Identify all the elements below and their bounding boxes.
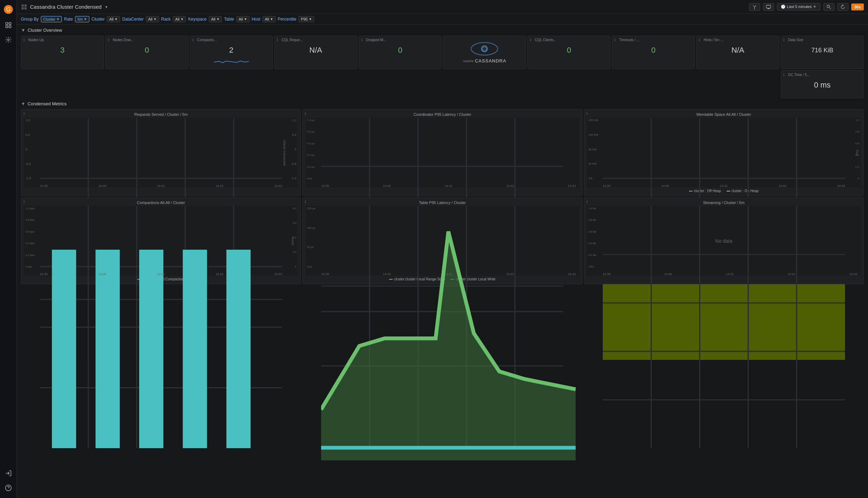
- chart-info-4[interactable]: ℹ: [23, 200, 25, 204]
- rate-select[interactable]: 5m ▼: [75, 16, 89, 22]
- x-axis-5: 14:3914:4014:4114:4214:43: [321, 272, 576, 276]
- compactions-title: Compactio...: [193, 38, 270, 42]
- collapse-icon-2[interactable]: ▼: [21, 101, 25, 106]
- y-axis-3: 195 KiB146 KiB98 KiB49 KiB0 B: [587, 118, 603, 181]
- chart-info-3[interactable]: ℹ: [586, 112, 588, 115]
- svg-rect-9: [24, 4, 27, 6]
- svg-text:G: G: [6, 6, 10, 13]
- info-icon-8[interactable]: ℹ: [699, 38, 700, 42]
- host-select[interactable]: All ▼: [262, 16, 276, 22]
- cql-clients-title: CQL Clients...: [531, 38, 607, 42]
- chart-grid-row2: ℹ Compactions All.All / Cluster 1.0 bps0…: [21, 197, 864, 284]
- sidebar-item-settings[interactable]: [2, 33, 15, 46]
- chart-grid-row1: ℹ Requests Served / Cluster / 5m 1.00.50…: [21, 109, 864, 196]
- share-button[interactable]: [749, 3, 760, 11]
- info-icon-2[interactable]: ℹ: [108, 38, 109, 42]
- info-icon[interactable]: ℹ: [23, 38, 25, 42]
- svg-point-16: [483, 47, 486, 51]
- dashboard: ▼ Cluster Overview ℹ Nodes Up 3 ℹ Nodes …: [17, 25, 868, 498]
- toolbar: Group By Cluster ▼ Rate 5m ▼ Cluster All…: [17, 14, 868, 25]
- rack-select[interactable]: All ▼: [173, 16, 186, 22]
- search-button[interactable]: [823, 3, 834, 11]
- chart-info-6[interactable]: ℹ: [586, 200, 588, 204]
- timeouts-title: Timeouts / ...: [615, 38, 692, 42]
- stat-card-dropped: ℹ Dropped M... 0: [359, 36, 442, 69]
- refresh-button[interactable]: [837, 3, 848, 11]
- svg-rect-3: [9, 23, 11, 25]
- group-by-select[interactable]: Cluster ▼: [41, 16, 62, 22]
- tv-mode-button[interactable]: [763, 3, 774, 11]
- rate-label: Rate: [64, 17, 73, 22]
- cql-clients-value: 0: [531, 43, 607, 57]
- info-icon-4[interactable]: ℹ: [277, 38, 278, 42]
- chart-streaming: ℹ Streaming / Cluster / 5m 1.0 Bs0.8 Bs0…: [584, 197, 864, 284]
- sidebar-item-home[interactable]: [2, 19, 15, 31]
- svg-rect-50: [52, 250, 76, 448]
- datacenter-label: DataCenter: [122, 17, 143, 22]
- page-title: Cassandra Cluster Condensed: [30, 4, 102, 10]
- cluster-overview-header: ▼ Cluster Overview: [21, 28, 864, 33]
- dropped-value: 0: [362, 43, 439, 57]
- cql-requests-title: CQL Reque...: [277, 38, 354, 42]
- chart-memtable: ℹ Memtable Space All.All / Cluster 195 K…: [584, 109, 864, 196]
- svg-rect-51: [96, 250, 120, 448]
- percentile-select[interactable]: P95 ▼: [298, 16, 314, 22]
- chart-requests-served: ℹ Requests Served / Cluster / 5m 1.00.50…: [21, 109, 301, 196]
- x-axis-3: 14:3914:4014:4114:4214:43: [603, 184, 845, 188]
- datacenter-select[interactable]: All ▼: [146, 16, 159, 22]
- chart-svg-5: [321, 206, 576, 460]
- svg-rect-10: [22, 7, 24, 9]
- svg-rect-2: [6, 23, 8, 25]
- chart-info-5[interactable]: ℹ: [305, 200, 306, 204]
- dropped-title: Dropped M...: [362, 38, 439, 42]
- info-icon-10[interactable]: ℹ: [783, 73, 785, 77]
- chart-compactions: ℹ Compactions All.All / Cluster 1.0 bps0…: [21, 197, 301, 284]
- y-axis-5: 150 µs100 µs50 µs0 µs: [305, 206, 321, 269]
- nodes-up-value: 3: [24, 43, 101, 57]
- info-icon-6[interactable]: ℹ: [530, 38, 531, 42]
- chart-title-6: Streaming / Cluster / 5m: [587, 201, 861, 205]
- collapse-icon[interactable]: ▼: [21, 28, 25, 33]
- info-icon-7[interactable]: ℹ: [614, 38, 616, 42]
- title-chevron: ▼: [104, 5, 108, 9]
- chart-coordinator-latency: ℹ Coordinator P95 Latency / Cluster 1.0 …: [302, 109, 582, 196]
- sidebar-item-login[interactable]: [2, 467, 15, 480]
- svg-rect-12: [766, 5, 771, 8]
- info-icon-9[interactable]: ℹ: [783, 38, 785, 42]
- x-axis-4: 14:3914:4014:4114:4214:43: [40, 272, 282, 276]
- chart-info-2[interactable]: ℹ: [305, 112, 306, 115]
- grafana-logo[interactable]: G: [3, 4, 14, 15]
- refresh-interval-button[interactable]: 30s: [851, 3, 864, 10]
- rack-label: Rack: [161, 17, 171, 22]
- svg-point-6: [7, 39, 9, 41]
- keyspace-select[interactable]: All ▼: [209, 16, 222, 22]
- host-label: Host: [252, 17, 260, 22]
- chart-area-5: 150 µs100 µs50 µs0 µs: [305, 206, 579, 276]
- chart-svg-4: [40, 206, 282, 448]
- condensed-metrics-header: ▼ Condensed Metrics: [21, 101, 864, 106]
- chart-title-3: Memtable Space All.All / Cluster: [587, 112, 861, 116]
- svg-rect-8: [22, 4, 24, 6]
- topbar: Cassandra Cluster Condensed ▼ 🕐 Last 5 m…: [17, 0, 868, 14]
- chart-info-1[interactable]: ℹ: [23, 112, 25, 115]
- stat-cards-row: ℹ Nodes Up 3 ℹ Nodes Dow... 0 ℹ Compacti…: [21, 36, 864, 69]
- y-axis-4: 1.0 bps0.8 bps0.6 bps0.4 bps0.2 bps0 bps: [24, 206, 40, 269]
- timeouts-value: 0: [615, 43, 692, 57]
- time-range-button[interactable]: 🕐 Last 5 minutes ▼: [777, 3, 821, 10]
- condensed-metrics-title: Condensed Metrics: [28, 101, 67, 106]
- keyspace-label: Keyspace: [188, 17, 207, 22]
- table-select[interactable]: All ▼: [236, 16, 250, 22]
- cluster-select[interactable]: All ▼: [107, 16, 120, 22]
- sidebar-item-help[interactable]: [2, 482, 15, 494]
- chart-area-4: 1.0 bps0.8 bps0.6 bps0.4 bps0.2 bps0 bps…: [24, 206, 298, 276]
- info-icon-3[interactable]: ℹ: [192, 38, 194, 42]
- nodes-down-value: 0: [109, 43, 185, 57]
- info-icon-5[interactable]: ℹ: [361, 38, 363, 42]
- svg-point-13: [827, 5, 829, 7]
- chart-area-1: 1.00.50-0.5-1.0 1.00.50-0.5-1.0: [24, 118, 298, 188]
- hints-value: N/A: [699, 43, 776, 57]
- topbar-right: 🕐 Last 5 minutes ▼ 30s: [749, 3, 864, 11]
- chart-title-4: Compactions All.All / Cluster: [24, 201, 298, 205]
- sidebar: G: [0, 0, 17, 498]
- stat-card-compactions: ℹ Compactio... 2: [190, 36, 273, 69]
